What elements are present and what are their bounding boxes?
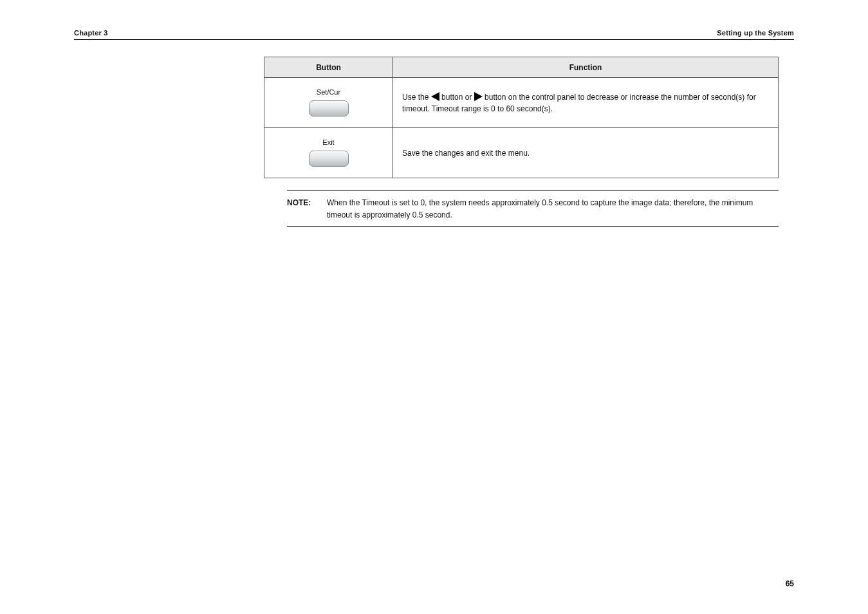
chapter-label: Chapter 3 bbox=[74, 29, 108, 37]
function-desc-setcur: Use the button or button on the control … bbox=[393, 78, 779, 128]
page-number: 65 bbox=[786, 579, 794, 588]
function-desc-exit: Save the changes and exit the menu. bbox=[393, 128, 779, 178]
right-arrow-icon bbox=[474, 92, 483, 101]
button-label-setcur: Set/Cur bbox=[273, 87, 383, 98]
note-text: When the Timeout is set to 0, the system… bbox=[327, 197, 779, 221]
button-function-table: Button Function Set/Cur Use the button o… bbox=[264, 57, 779, 178]
table-row: Exit Save the changes and exit the menu. bbox=[264, 128, 779, 178]
keycap-icon bbox=[309, 151, 349, 167]
left-arrow-icon bbox=[431, 92, 439, 101]
note-block: NOTE: When the Timeout is set to 0, the … bbox=[287, 190, 779, 227]
note-label: NOTE: bbox=[287, 197, 327, 221]
keycap-icon bbox=[309, 100, 349, 116]
table-header-function: Function bbox=[393, 57, 779, 78]
page-header: Chapter 3 Setting up the System bbox=[74, 29, 794, 39]
header-rule bbox=[74, 39, 794, 40]
button-label-exit: Exit bbox=[273, 137, 383, 148]
table-row: Set/Cur Use the button or button on the … bbox=[264, 78, 779, 128]
section-label: Setting up the System bbox=[717, 29, 794, 37]
table-header-button: Button bbox=[264, 57, 393, 78]
